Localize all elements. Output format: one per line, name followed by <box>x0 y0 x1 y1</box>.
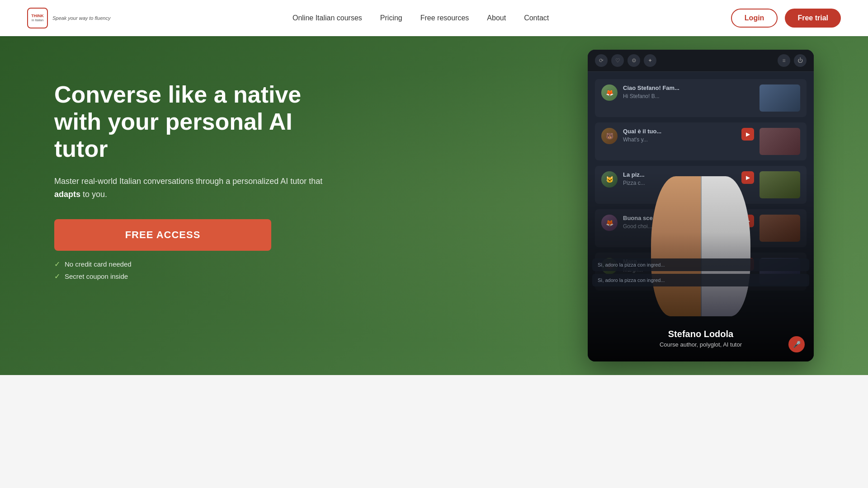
chat-icon-btn-1[interactable]: ⟳ <box>595 54 608 67</box>
free-access-button[interactable]: FREE ACCESS <box>54 219 271 251</box>
msg-text-1: Hi Stefano! B... <box>623 93 754 100</box>
tutor-face-container <box>651 176 750 316</box>
chat-controls: ⟳ ♡ ⚙ ✦ <box>595 54 656 67</box>
nav-contact[interactable]: Contact <box>524 14 549 22</box>
msg-media-2 <box>760 128 800 155</box>
msg-avatar-1: 🦊 <box>601 84 618 101</box>
chat-msg-2: 🐻 Qual è il tuo... What's y... ▶ <box>595 122 807 160</box>
chat-power-btn[interactable]: ⏻ <box>794 54 807 67</box>
bottom-section <box>0 375 868 488</box>
header: THINK in Italian Speak your way to fluen… <box>0 0 868 36</box>
tutor-robot-half <box>701 176 750 316</box>
nav-pricing[interactable]: Pricing <box>380 14 402 22</box>
msg-action-btn-2[interactable]: ▶ <box>741 128 754 141</box>
hero-image-mockup: ⟳ ♡ ⚙ ✦ ≡ ⏻ 🦊 Ciao Stefano! Fam... Hi St… <box>588 50 814 361</box>
chat-msg-1: 🦊 Ciao Stefano! Fam... Hi Stefano! B... <box>595 79 807 117</box>
nav-free-resources[interactable]: Free resources <box>420 14 469 22</box>
msg-name-2: Qual è il tuo... <box>623 128 736 135</box>
hero-content: Converse like a native with your persona… <box>54 72 326 281</box>
hero-section: Converse like a native with your persona… <box>0 36 868 375</box>
check-item-2: ✓ Secret coupon inside <box>54 272 326 281</box>
hero-title: Converse like a native with your persona… <box>54 81 326 162</box>
free-trial-button[interactable]: Free trial <box>785 9 841 28</box>
msg-text-2: What's y... <box>623 136 736 144</box>
main-nav: Online Italian courses Pricing Free reso… <box>292 14 549 22</box>
chat-right-controls: ≡ ⏻ <box>778 54 807 67</box>
tutor-overlay: Sì, adoro la pizza con ingred... Sì, ado… <box>588 172 814 361</box>
chat-mockup: ⟳ ♡ ⚙ ✦ ≡ ⏻ 🦊 Ciao Stefano! Fam... Hi St… <box>588 50 814 361</box>
bottom-msg-1: Sì, adoro la pizza con ingred... <box>592 258 809 271</box>
tutor-namecard: Stefano Lodola Course author, polyglot, … <box>599 329 803 352</box>
nav-about[interactable]: About <box>487 14 506 22</box>
tutor-name: Stefano Lodola <box>599 329 803 339</box>
hero-checks: ✓ No credit card needed ✓ Secret coupon … <box>54 260 326 281</box>
chat-topbar: ⟳ ♡ ⚙ ✦ ≡ ⏻ <box>588 50 814 72</box>
tutor-human-half <box>651 176 701 316</box>
chat-icon-btn-3[interactable]: ⚙ <box>627 54 640 67</box>
bottom-msg-2: Sì, adoro la pizza con ingred... <box>592 274 809 286</box>
msg-name-1: Ciao Stefano! Fam... <box>623 84 754 91</box>
chat-list-btn[interactable]: ≡ <box>778 54 790 67</box>
chat-icon-btn-2[interactable]: ♡ <box>611 54 624 67</box>
header-actions: Login Free trial <box>731 9 841 28</box>
logo: THINK in Italian Speak your way to fluen… <box>27 8 110 28</box>
checkmark-icon-1: ✓ <box>54 260 60 268</box>
hero-subtitle: Master real-world Italian conversations … <box>54 175 326 201</box>
check-item-1: ✓ No credit card needed <box>54 260 326 268</box>
login-button[interactable]: Login <box>731 9 778 28</box>
face-divider <box>701 176 702 316</box>
bottom-chat-messages: Sì, adoro la pizza con ingred... Sì, ado… <box>592 258 809 289</box>
msg-content-1: Ciao Stefano! Fam... Hi Stefano! B... <box>623 84 754 100</box>
logo-icon: THINK in Italian <box>27 8 48 28</box>
msg-content-2: Qual è il tuo... What's y... <box>623 128 736 144</box>
tutor-role: Course author, polyglot, AI tutor <box>599 341 803 348</box>
chat-icon-btn-4[interactable]: ✦ <box>644 54 656 67</box>
logo-tagline: Speak your way to fluency <box>52 15 110 21</box>
checkmark-icon-2: ✓ <box>54 272 60 281</box>
msg-actions-2: ▶ <box>741 128 754 141</box>
nav-online-courses[interactable]: Online Italian courses <box>292 14 362 22</box>
msg-media-1 <box>760 84 800 112</box>
msg-avatar-2: 🐻 <box>601 128 618 144</box>
